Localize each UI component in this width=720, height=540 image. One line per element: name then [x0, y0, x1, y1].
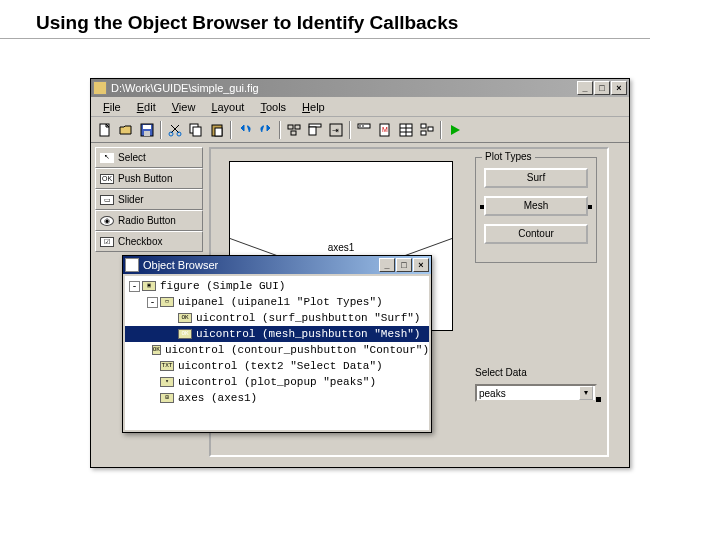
- svg-rect-8: [193, 127, 201, 136]
- svg-rect-15: [309, 127, 316, 135]
- undo-icon[interactable]: [235, 120, 255, 140]
- palette-checkbox[interactable]: ☑Checkbox: [95, 231, 203, 252]
- svg-text:⇥: ⇥: [332, 126, 339, 135]
- node-type-icon: TXT: [160, 361, 174, 371]
- tree-node[interactable]: OKuicontrol (contour_pushbutton "Contour…: [125, 342, 429, 358]
- svg-rect-20: [362, 125, 364, 127]
- tree-node[interactable]: -▣figure (Simple GUI): [125, 278, 429, 294]
- ob-minimize-button[interactable]: _: [379, 258, 395, 272]
- maximize-button[interactable]: □: [594, 81, 610, 95]
- panel-title: Plot Types: [482, 151, 535, 162]
- plot-popup[interactable]: peaks ▾: [475, 384, 597, 402]
- node-type-icon: ▣: [142, 281, 156, 291]
- popup-value: peaks: [479, 388, 579, 399]
- node-label: uipanel (uipanel1 "Plot Types"): [178, 296, 383, 308]
- tree-node[interactable]: TXTuicontrol (text2 "Select Data"): [125, 358, 429, 374]
- menu-help[interactable]: Help: [294, 99, 333, 115]
- run-icon[interactable]: [445, 120, 465, 140]
- node-type-icon: ▾: [160, 377, 174, 387]
- toolbar: ⇥ M: [91, 117, 629, 143]
- svg-rect-28: [421, 131, 426, 135]
- toolbar-editor-icon[interactable]: [354, 120, 374, 140]
- menu-view[interactable]: View: [164, 99, 204, 115]
- window-title: D:\Work\GUIDE\simple_gui.fig: [111, 82, 577, 94]
- svg-rect-10: [215, 128, 222, 136]
- node-label: uicontrol (contour_pushbutton "Contour"): [165, 344, 429, 356]
- palette-slider[interactable]: ▭Slider: [95, 189, 203, 210]
- node-label: uicontrol (plot_popup "peaks"): [178, 376, 376, 388]
- palette-push-button[interactable]: OKPush Button: [95, 168, 203, 189]
- svg-marker-30: [451, 125, 460, 135]
- plot-types-panel: Plot Types Surf Mesh Contour: [475, 157, 597, 263]
- tree-toggle-icon[interactable]: -: [129, 281, 140, 292]
- node-label: uicontrol (surf_pushbutton "Surf"): [196, 312, 420, 324]
- open-icon[interactable]: [116, 120, 136, 140]
- ob-icon: [125, 258, 139, 272]
- ob-tree[interactable]: -▣figure (Simple GUI)-▭uipanel (uipanel1…: [125, 276, 429, 430]
- svg-rect-12: [295, 125, 300, 129]
- node-label: uicontrol (mesh_pushbutton "Mesh"): [196, 328, 420, 340]
- svg-rect-27: [421, 124, 426, 128]
- contour-button[interactable]: Contour: [484, 224, 588, 244]
- save-icon[interactable]: [137, 120, 157, 140]
- slide-title: Using the Object Browser to Identify Cal…: [0, 0, 650, 39]
- menubar: FFileile Edit View Layout Tools Help: [91, 97, 629, 117]
- tree-node[interactable]: ▾uicontrol (plot_popup "peaks"): [125, 374, 429, 390]
- ob-close-button[interactable]: ×: [413, 258, 429, 272]
- surf-button[interactable]: Surf: [484, 168, 588, 188]
- object-browser-icon[interactable]: [417, 120, 437, 140]
- menu-edit[interactable]: Edit: [129, 99, 164, 115]
- node-label: uicontrol (text2 "Select Data"): [178, 360, 383, 372]
- node-type-icon: OK: [152, 345, 161, 355]
- node-label: axes (axes1): [178, 392, 257, 404]
- tree-node[interactable]: OKuicontrol (surf_pushbutton "Surf"): [125, 310, 429, 326]
- redo-icon[interactable]: [256, 120, 276, 140]
- menu-editor-icon[interactable]: [305, 120, 325, 140]
- ob-maximize-button[interactable]: □: [396, 258, 412, 272]
- svg-rect-19: [359, 125, 361, 127]
- tree-node[interactable]: OKuicontrol (mesh_pushbutton "Mesh"): [125, 326, 429, 342]
- close-button[interactable]: ×: [611, 81, 627, 95]
- menu-tools[interactable]: Tools: [252, 99, 294, 115]
- app-icon: [93, 81, 107, 95]
- property-inspector-icon[interactable]: [396, 120, 416, 140]
- node-type-icon: ⊞: [160, 393, 174, 403]
- component-palette: ↖Select OKPush Button ▭Slider ◉Radio But…: [95, 147, 203, 252]
- mesh-button[interactable]: Mesh: [484, 196, 588, 216]
- node-label: figure (Simple GUI): [160, 280, 285, 292]
- svg-rect-13: [291, 131, 296, 135]
- mfile-icon[interactable]: M: [375, 120, 395, 140]
- svg-rect-3: [143, 125, 151, 129]
- palette-select[interactable]: ↖Select: [95, 147, 203, 168]
- copy-icon[interactable]: [186, 120, 206, 140]
- tree-toggle-icon[interactable]: -: [147, 297, 158, 308]
- ob-titlebar[interactable]: Object Browser _ □ ×: [123, 256, 431, 274]
- axes-label: axes1: [230, 242, 452, 253]
- menu-file[interactable]: FFileile: [95, 99, 129, 115]
- paste-icon[interactable]: [207, 120, 227, 140]
- svg-rect-4: [144, 131, 150, 136]
- object-browser-window: Object Browser _ □ × -▣figure (Simple GU…: [122, 255, 432, 433]
- tab-order-icon[interactable]: ⇥: [326, 120, 346, 140]
- node-type-icon: OK: [178, 329, 192, 339]
- menu-layout[interactable]: Layout: [203, 99, 252, 115]
- palette-radio-button[interactable]: ◉Radio Button: [95, 210, 203, 231]
- select-data-label: Select Data: [475, 367, 597, 378]
- svg-text:M: M: [382, 126, 388, 133]
- new-icon[interactable]: [95, 120, 115, 140]
- svg-rect-29: [428, 127, 433, 131]
- tree-node[interactable]: ⊞axes (axes1): [125, 390, 429, 406]
- chevron-down-icon[interactable]: ▾: [579, 386, 593, 400]
- node-type-icon: ▭: [160, 297, 174, 307]
- tree-node[interactable]: -▭uipanel (uipanel1 "Plot Types"): [125, 294, 429, 310]
- node-type-icon: OK: [178, 313, 192, 323]
- align-icon[interactable]: [284, 120, 304, 140]
- select-data-group: Select Data peaks ▾: [475, 367, 597, 402]
- ob-title: Object Browser: [143, 259, 379, 271]
- titlebar[interactable]: D:\Work\GUIDE\simple_gui.fig _ □ ×: [91, 79, 629, 97]
- cut-icon[interactable]: [165, 120, 185, 140]
- svg-rect-11: [288, 125, 293, 129]
- minimize-button[interactable]: _: [577, 81, 593, 95]
